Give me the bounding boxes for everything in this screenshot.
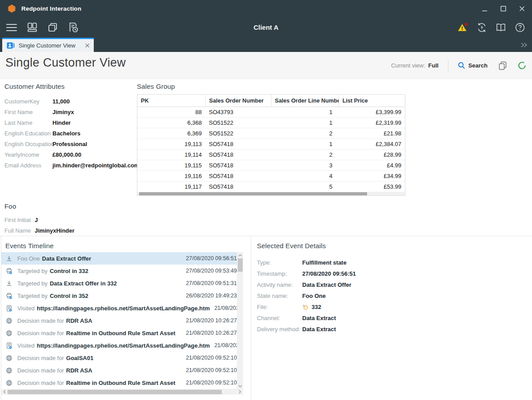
attribute-value: jim.hinder@redpointglobal.com <box>52 162 139 169</box>
event-row[interactable]: Decision made forGoalSA0121/08/2020 09:5… <box>1 352 237 364</box>
attribute-label: YearlyIncome <box>4 151 52 158</box>
event-row[interactable]: Targeted byControl in 35226/08/2020 19:4… <box>1 289 237 302</box>
event-row[interactable]: Decision made forRDR ASA21/08/2020 10:26… <box>1 314 237 327</box>
sync-power-icon[interactable] <box>476 22 488 33</box>
print-check-icon <box>6 293 13 299</box>
search-label: Search <box>468 62 488 69</box>
event-row[interactable]: Decision made forRealtime in Outbound Ru… <box>1 376 237 389</box>
window-close-button[interactable] <box>518 4 526 12</box>
event-row[interactable]: Decision made forRDR ASA21/08/2020 09:52… <box>1 364 237 376</box>
table-row[interactable]: 6,369SO515222£21.98 <box>137 128 405 139</box>
event-name: Realtime in Outbound Rule Smart Asset <box>66 380 176 386</box>
detail-value: Data Extract Offer <box>302 281 352 288</box>
table-row[interactable]: 19,115SO574183£4.99 <box>137 160 405 171</box>
detail-row: Delivery method:Data Extract <box>257 324 356 335</box>
window-minimize-button[interactable] <box>480 4 488 12</box>
window-maximize-button[interactable] <box>499 4 507 12</box>
scrollbar-thumb[interactable] <box>238 258 243 272</box>
table-row[interactable]: 19,114SO574182£28.99 <box>137 150 405 160</box>
attribute-value: Hinder <box>52 119 71 126</box>
event-prefix: Visited <box>17 305 35 312</box>
search-button[interactable]: Search <box>458 62 488 69</box>
detail-label: Channel: <box>257 315 302 321</box>
column-header[interactable]: Sales Order Line Number <box>271 95 339 107</box>
current-view-value[interactable]: Full <box>428 62 439 69</box>
column-header[interactable]: Sales Order Number <box>205 95 271 107</box>
scroll-left-icon[interactable] <box>1 389 8 395</box>
customer-attributes-section: Customer Attributes CustomerKey11,000Fir… <box>4 83 138 170</box>
help-icon[interactable] <box>514 22 526 33</box>
table-row[interactable]: 19,116SO574184£34.99 <box>137 171 405 182</box>
section-title: Selected Event Details <box>257 242 326 250</box>
table-row[interactable]: 19,117SO574185£53.99 <box>137 182 405 192</box>
event-row[interactable]: Visitedhttps://landingpages.rphelios.net… <box>1 302 237 314</box>
event-timestamp: 21/08/2020 09:52:10 <box>210 342 237 349</box>
table-cell: £34.99 <box>339 171 405 182</box>
search-icon <box>458 62 465 69</box>
foo-fields: First InitialJFull NameJiminyxHinder <box>4 214 75 236</box>
tab-single-customer-view[interactable]: Single Customer View <box>2 38 94 52</box>
table-cell: 19,113 <box>137 139 205 150</box>
tab-close-icon[interactable] <box>85 43 90 48</box>
scroll-right-icon[interactable] <box>237 389 243 395</box>
current-view-label: Current view: <box>391 62 425 69</box>
event-row[interactable]: Decision made forRealtime in Outbound Ru… <box>1 327 237 339</box>
horizontal-scrollbar[interactable] <box>137 192 405 195</box>
copy-pages-icon[interactable] <box>499 61 507 70</box>
globe-icon <box>6 380 13 386</box>
divider <box>448 59 448 72</box>
table-row[interactable]: 88SO437931£3,399.99 <box>137 107 405 118</box>
event-row[interactable]: Foo OneData Extract Offer27/08/2020 09:5… <box>1 252 237 265</box>
horizontal-scrollbar[interactable] <box>1 389 243 395</box>
event-prefix: Targeted by <box>17 268 48 274</box>
attribute-row: First InitialJ <box>4 214 75 225</box>
event-prefix: Visited <box>17 342 35 349</box>
tabbar: Single Customer View <box>0 38 532 52</box>
page-title: Single Customer View <box>5 56 126 70</box>
table-cell: SO51522 <box>205 118 271 128</box>
event-row[interactable]: Targeted byData Extract Offer in 33227/0… <box>1 277 237 289</box>
event-name: Data Extract Offer in 332 <box>50 280 117 287</box>
detail-row: File:332 <box>257 301 356 313</box>
table-cell: 6,368 <box>137 118 205 128</box>
column-header[interactable]: List Price <box>339 95 405 107</box>
event-row[interactable]: Targeted byControl in 33227/08/2020 09:5… <box>1 265 237 277</box>
redpoint-logo-icon <box>8 4 16 13</box>
globe-icon <box>6 355 13 361</box>
sales-group-section: Sales Group PKSales Order NumberSales Or… <box>137 83 405 196</box>
tab-label: Single Customer View <box>19 42 76 49</box>
client-title: Client A <box>0 17 532 38</box>
event-timestamp: 27/08/2020 09:53:49 <box>181 268 237 274</box>
globe-icon <box>6 317 13 324</box>
scrollbar-thumb[interactable] <box>8 390 222 394</box>
refresh-icon[interactable] <box>518 61 526 70</box>
event-row[interactable]: Visitedhttps://landingpages.rphelios.net… <box>1 339 237 352</box>
detail-label: File: <box>257 304 302 310</box>
table-row[interactable]: 19,113SO574181£2,384.07 <box>137 139 405 150</box>
detail-label: Type: <box>257 259 302 266</box>
column-header[interactable]: PK <box>137 95 205 107</box>
book-icon[interactable] <box>495 22 507 33</box>
detail-row: Timestamp:27/08/2020 09:56:51 <box>257 268 356 279</box>
detail-label: Delivery method: <box>257 326 302 333</box>
scroll-up-icon[interactable] <box>237 252 243 258</box>
warning-alert-icon[interactable] <box>457 22 468 33</box>
window-controls <box>480 0 526 17</box>
event-prefix: Decision made for <box>17 330 64 337</box>
event-prefix: Foo One <box>17 255 40 262</box>
attribute-row: English EducationBachelors <box>4 128 138 139</box>
scrollbar-thumb[interactable] <box>139 192 367 195</box>
table-row[interactable]: 6,368SO515221£2,319.99 <box>137 118 405 128</box>
tab-overflow-chevron-icon[interactable] <box>520 38 528 52</box>
table-cell: 3 <box>271 160 339 171</box>
visited-page-icon <box>6 305 13 312</box>
attribute-row: Email Addressjim.hinder@redpointglobal.c… <box>4 160 138 170</box>
table-cell: 1 <box>271 118 339 128</box>
vertical-scrollbar[interactable] <box>237 252 243 389</box>
attribute-value: 11,000 <box>52 98 70 105</box>
scroll-down-icon[interactable] <box>237 383 243 389</box>
detail-value: Foo One <box>302 293 326 299</box>
selected-event-fields: Type:Fulfillment stateTimestamp:27/08/20… <box>257 257 356 335</box>
customer-attributes-fields: CustomerKey11,000First NameJiminyxLast N… <box>4 96 138 170</box>
attribute-value: Professional <box>52 141 87 147</box>
